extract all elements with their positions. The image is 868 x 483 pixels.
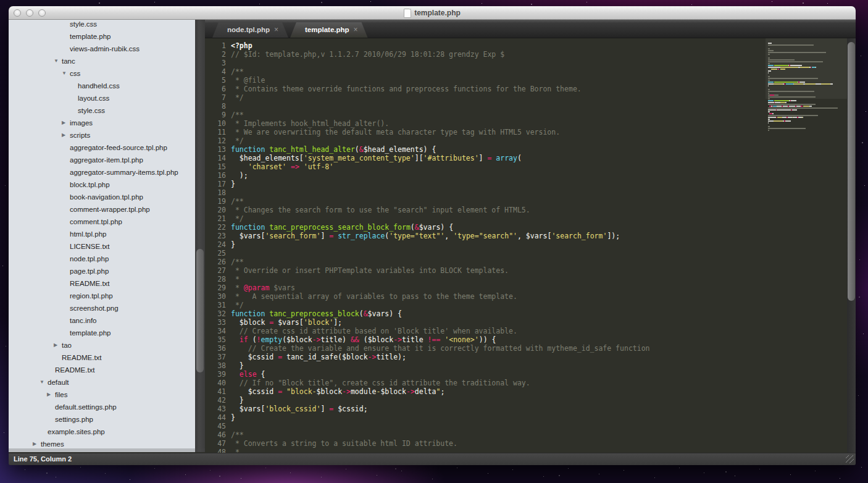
disclosure-triangle-icon[interactable]: ▼ (54, 55, 59, 67)
tree-item-README.txt[interactable]: README.txt (9, 351, 195, 364)
document-icon (404, 9, 411, 18)
line-number: 10 (205, 119, 226, 128)
code-text: */ (231, 301, 244, 309)
tree-item-tanc[interactable]: ▼tanc (9, 55, 195, 67)
tree-item-README.txt[interactable]: README.txt (9, 277, 195, 290)
tree-item-style.css[interactable]: style.css (9, 20, 195, 30)
tree-item-screenshot.png[interactable]: screenshot.png (9, 302, 195, 314)
editor-scrollbar[interactable] (847, 38, 856, 453)
tree-item-aggregator-feed-source.tpl.php[interactable]: aggregator-feed-source.tpl.php (9, 141, 195, 154)
minimap-lines (768, 43, 838, 132)
code-text: /** (231, 67, 244, 76)
line-number: 45 (205, 422, 226, 430)
resize-grip-icon[interactable] (846, 455, 854, 463)
tab-close-icon[interactable]: × (274, 22, 278, 38)
line-number: 27 (205, 266, 226, 275)
tree-item-label: scripts (70, 129, 90, 141)
line-number: 9 (205, 111, 226, 119)
sidebar-scrollbar-thumb[interactable] (196, 249, 204, 372)
line-number: 47 (205, 439, 226, 448)
code-line: 48 * (205, 448, 650, 453)
code-text: } (231, 240, 235, 249)
tree-item-LICENSE.txt[interactable]: LICENSE.txt (9, 240, 195, 253)
title-bar[interactable]: template.php (9, 6, 856, 20)
minimap[interactable] (766, 38, 847, 453)
tree-item-comment-wrapper.tpl.php[interactable]: comment-wrapper.tpl.php (9, 203, 195, 216)
line-number: 34 (205, 327, 226, 335)
tree-item-style.css[interactable]: style.css (9, 104, 195, 117)
code-text: } (231, 396, 244, 405)
line-number: 36 (205, 344, 226, 353)
code-editor[interactable]: 1<?php2// $Id: template.php,v 1.1.2.7 20… (205, 38, 856, 453)
tab-close-icon[interactable]: × (354, 22, 358, 38)
line-number: 11 (205, 128, 226, 136)
tree-item-block.tpl.php[interactable]: block.tpl.php (9, 178, 195, 191)
tree-item-images[interactable]: ▶images (9, 117, 195, 129)
tree-item-scripts[interactable]: ▶scripts (9, 129, 195, 141)
file-tree-sidebar[interactable]: style.csstemplate.phpviews-admin-rubik.c… (9, 20, 195, 452)
editor-scrollbar-thumb[interactable] (848, 42, 855, 301)
code-line: 2// $Id: template.php,v 1.1.2.7 2010/06/… (205, 50, 650, 59)
tab-template.php[interactable]: template.php× (290, 22, 368, 38)
disclosure-triangle-icon[interactable]: ▶ (62, 129, 65, 141)
tree-item-files[interactable]: ▶files (9, 388, 195, 401)
tree-item-README.txt[interactable]: README.txt (9, 364, 195, 376)
code-line: 27 * Override or insert PHPTemplate vari… (205, 266, 650, 275)
tree-item-aggregator-summary-items.tpl.php[interactable]: aggregator-summary-items.tpl.php (9, 166, 195, 178)
tree-item-example.sites.php[interactable]: example.sites.php (9, 426, 195, 438)
tree-item-book-navigation.tpl.php[interactable]: book-navigation.tpl.php (9, 191, 195, 203)
code-text: * Implements hook_html_head_alter(). (231, 119, 389, 128)
tree-item-label: book-navigation.tpl.php (70, 191, 143, 203)
tree-item-node.tpl.php[interactable]: node.tpl.php (9, 253, 195, 265)
tree-item-region.tpl.php[interactable]: region.tpl.php (9, 290, 195, 302)
code-line: 16 ); (205, 171, 650, 180)
code-line: 17} (205, 180, 650, 188)
sidebar-scrollbar[interactable] (195, 20, 205, 452)
line-number: 6 (205, 85, 226, 93)
line-number: 5 (205, 76, 226, 85)
tree-item-css[interactable]: ▼css (9, 67, 195, 80)
tree-item-tanc.info[interactable]: tanc.info (9, 314, 195, 327)
code-line: 12 */ (205, 136, 650, 145)
line-number: 41 (205, 387, 226, 396)
code-area[interactable]: 1<?php2// $Id: template.php,v 1.1.2.7 20… (205, 41, 650, 453)
tree-item-label: node.tpl.php (70, 253, 109, 265)
line-number: 40 (205, 379, 226, 387)
disclosure-triangle-icon[interactable]: ▼ (40, 376, 44, 388)
tree-item-label: region.tpl.php (70, 290, 113, 302)
code-text: * @param $vars (231, 284, 295, 292)
disclosure-triangle-icon[interactable]: ▶ (54, 339, 57, 351)
tree-item-template.php[interactable]: template.php (9, 30, 195, 43)
sidebar-horizontal-scrollbar[interactable] (9, 448, 205, 452)
tree-item-default.settings.php[interactable]: default.settings.php (9, 401, 195, 413)
tree-item-tao[interactable]: ▶tao (9, 339, 195, 351)
line-number: 33 (205, 318, 226, 327)
code-line: 46/** (205, 430, 650, 439)
tree-item-label: aggregator-summary-items.tpl.php (70, 166, 178, 178)
tree-item-label: page.tpl.php (70, 265, 109, 277)
code-text: */ (231, 136, 244, 145)
code-line: 11 * We are overwriting the default meta… (205, 128, 650, 136)
tree-item-views-admin-rubik.css[interactable]: views-admin-rubik.css (9, 43, 195, 55)
tree-item-default[interactable]: ▼default (9, 376, 195, 388)
tree-item-handheld.css[interactable]: handheld.css (9, 80, 195, 92)
tree-item-aggregator-item.tpl.php[interactable]: aggregator-item.tpl.php (9, 154, 195, 166)
code-line: 22function tanc_preprocess_search_block_… (205, 223, 650, 232)
line-number: 18 (205, 188, 226, 197)
tree-item-label: css (70, 67, 80, 80)
disclosure-triangle-icon[interactable]: ▶ (47, 388, 51, 401)
tree-item-settings.php[interactable]: settings.php (9, 413, 195, 426)
tree-item-template.php[interactable]: template.php (9, 327, 195, 339)
tree-item-page.tpl.php[interactable]: page.tpl.php (9, 265, 195, 277)
tab-node.tpl.php[interactable]: node.tpl.php× (212, 22, 288, 38)
line-number: 19 (205, 197, 226, 206)
tree-item-comment.tpl.php[interactable]: comment.tpl.php (9, 216, 195, 228)
code-line: 34 // Create css id attribute based on '… (205, 327, 650, 335)
tree-item-layout.css[interactable]: layout.css (9, 92, 195, 104)
disclosure-triangle-icon[interactable]: ▶ (62, 117, 65, 129)
disclosure-triangle-icon[interactable]: ▼ (62, 67, 67, 80)
tree-item-label: html.tpl.php (70, 228, 106, 240)
tree-item-html.tpl.php[interactable]: html.tpl.php (9, 228, 195, 240)
line-number: 3 (205, 59, 226, 67)
code-line: 38 } (205, 361, 650, 370)
